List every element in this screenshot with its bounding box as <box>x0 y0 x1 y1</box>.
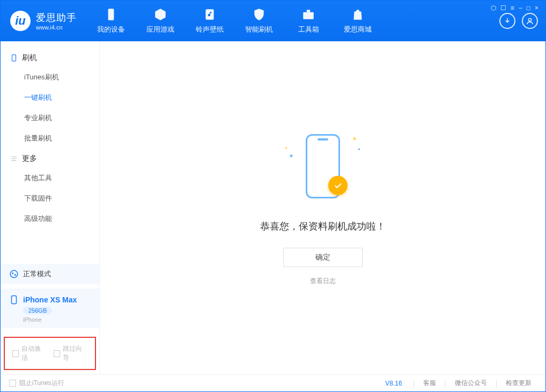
cube-icon <box>153 8 167 21</box>
svg-rect-3 <box>307 10 311 12</box>
flash-options-highlight: 自动激活 跳过向导 <box>4 337 96 370</box>
download-icon <box>503 17 512 25</box>
body: 刷机 iTunes刷机 一键刷机 专业刷机 批量刷机 更多 其他工具 下载固件 … <box>1 41 545 374</box>
svg-point-8 <box>14 274 16 276</box>
device-name: iPhone XS Max <box>23 295 77 304</box>
block-itunes-label[interactable]: 阻止iTunes运行 <box>19 379 64 388</box>
sidebar-group-more: 更多 <box>1 149 99 168</box>
sidebar-item-pro-flash[interactable]: 专业刷机 <box>1 108 99 128</box>
user-icon <box>526 17 534 25</box>
sparkle-icon: ✦ <box>289 152 294 160</box>
user-button[interactable] <box>522 13 538 29</box>
window-controls: ⬡ ☐ ≡ − □ × <box>491 4 538 12</box>
phone-icon <box>104 8 118 21</box>
device-capacity: 256GB <box>23 307 52 314</box>
success-illustration: ✦ • ✦ • <box>285 130 360 205</box>
sidebar-item-itunes-flash[interactable]: iTunes刷机 <box>1 67 99 87</box>
checkbox-icon[interactable] <box>9 380 16 387</box>
main-panel: ✦ • ✦ • 恭喜您，保资料刷机成功啦！ 确定 查看日志 <box>100 41 545 374</box>
device-card[interactable]: iPhone XS Max 256GB iPhone <box>1 289 99 328</box>
sparkle-icon: • <box>358 146 360 153</box>
svg-rect-9 <box>12 296 17 304</box>
device-icon <box>9 295 19 305</box>
list-icon <box>10 155 18 162</box>
link-support[interactable]: 客服 <box>418 379 441 388</box>
sidebar-item-batch-flash[interactable]: 批量刷机 <box>1 128 99 149</box>
app-window: iu 爱思助手 www.i4.cn 我的设备 应用游戏 铃声壁纸 智能刷机 <box>0 0 546 392</box>
version-label: V8.16 <box>385 380 402 387</box>
check-badge-icon <box>328 176 348 195</box>
titlebar-right: ⬡ ☐ ≡ − □ × <box>499 13 545 29</box>
checkbox-auto-activate[interactable]: 自动激活 <box>12 344 46 363</box>
svg-rect-2 <box>303 12 314 19</box>
tab-apps[interactable]: 应用游戏 <box>136 1 185 41</box>
sidebar-item-oneclick-flash[interactable]: 一键刷机 <box>1 87 99 108</box>
main-tabs: 我的设备 应用游戏 铃声壁纸 智能刷机 工具箱 爱思商城 <box>86 1 382 41</box>
app-logo: iu 爱思助手 www.i4.cn <box>1 11 86 31</box>
briefcase-icon <box>301 8 315 21</box>
sidebar-item-advanced[interactable]: 高级功能 <box>1 209 99 229</box>
sidebar-item-download-firmware[interactable]: 下载固件 <box>1 188 99 209</box>
download-button[interactable] <box>499 13 515 29</box>
sparkle-icon: • <box>285 145 287 152</box>
tab-ringtone[interactable]: 铃声壁纸 <box>185 1 234 41</box>
tab-toolbox[interactable]: 工具箱 <box>284 1 333 41</box>
minimize-button[interactable]: − <box>519 4 522 12</box>
bag-icon <box>351 8 365 21</box>
checkbox-icon <box>12 350 19 357</box>
ok-button[interactable]: 确定 <box>283 248 363 267</box>
sidebar-group-flash: 刷机 <box>1 48 99 67</box>
statusbar: 阻止iTunes运行 V8.16 | 客服 | 微信公众号 | 检查更新 <box>1 374 545 391</box>
tab-flash[interactable]: 智能刷机 <box>234 1 284 41</box>
view-log-link[interactable]: 查看日志 <box>310 277 336 286</box>
shield-refresh-icon <box>252 8 266 21</box>
mode-label: 正常模式 <box>23 269 51 279</box>
device-mode-card[interactable]: 正常模式 <box>1 264 99 284</box>
svg-point-7 <box>12 272 13 274</box>
checkbox-icon <box>54 350 60 357</box>
music-note-icon <box>203 8 217 21</box>
titlebar: iu 爱思助手 www.i4.cn 我的设备 应用游戏 铃声壁纸 智能刷机 <box>1 1 545 41</box>
app-name: 爱思助手 <box>36 11 77 24</box>
sidebar: 刷机 iTunes刷机 一键刷机 专业刷机 批量刷机 更多 其他工具 下载固件 … <box>1 41 100 374</box>
skin-icon[interactable]: ≡ <box>511 4 514 12</box>
feedback-icon[interactable]: ☐ <box>500 4 506 12</box>
svg-rect-0 <box>108 9 114 20</box>
theme-icon[interactable]: ⬡ <box>491 4 496 12</box>
app-url: www.i4.cn <box>36 24 77 31</box>
mode-icon <box>9 269 19 279</box>
svg-point-6 <box>10 270 18 278</box>
close-button[interactable]: × <box>535 4 538 12</box>
device-small-icon <box>10 54 18 62</box>
tab-store[interactable]: 爱思商城 <box>333 1 382 41</box>
sidebar-item-other-tools[interactable]: 其他工具 <box>1 168 99 188</box>
maximize-button[interactable]: □ <box>527 4 530 12</box>
logo-badge-icon: iu <box>10 11 31 31</box>
link-update[interactable]: 检查更新 <box>500 379 537 388</box>
success-message: 恭喜您，保资料刷机成功啦！ <box>260 220 386 233</box>
tab-device[interactable]: 我的设备 <box>86 1 136 41</box>
device-type: iPhone <box>23 316 41 323</box>
sparkle-icon: ✦ <box>352 135 357 143</box>
link-wechat[interactable]: 微信公众号 <box>449 379 492 388</box>
svg-point-4 <box>528 18 531 21</box>
checkbox-skip-guide[interactable]: 跳过向导 <box>54 344 87 363</box>
svg-rect-5 <box>12 55 16 61</box>
